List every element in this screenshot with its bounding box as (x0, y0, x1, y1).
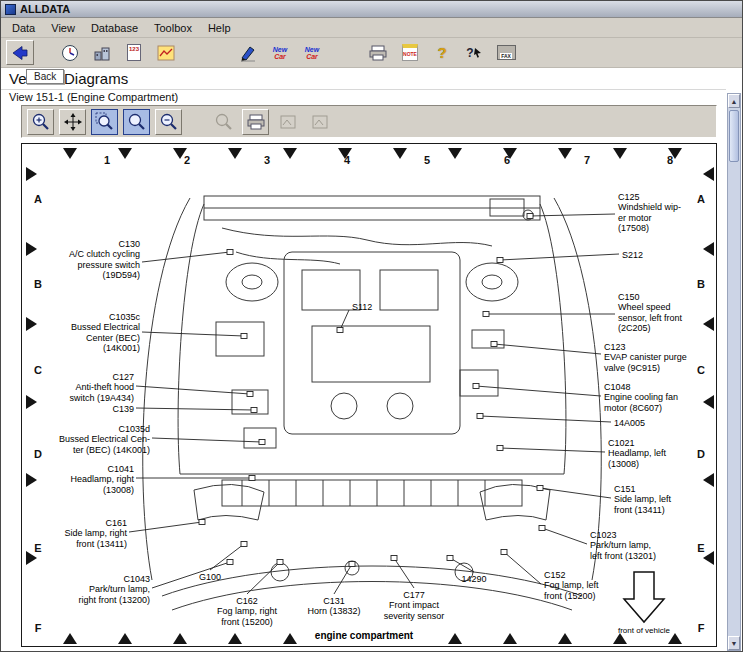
zoom-hotspot-triangle[interactable] (703, 242, 714, 256)
zoom-hotspot-triangle[interactable] (703, 167, 714, 181)
zoom-hotspot-triangle[interactable] (703, 317, 714, 331)
zoom-hotspot-triangle[interactable] (668, 633, 682, 644)
grid-row-label: A (34, 193, 42, 205)
zoom-hotspot-triangle[interactable] (63, 633, 77, 644)
app-window: ALLDATA Data View Database Toolbox Help … (0, 0, 743, 652)
grid-row-label: C (34, 364, 42, 376)
grid-row-label: B (697, 278, 705, 290)
note-icon: NOTE (402, 44, 418, 61)
zoom-hotspot-triangle[interactable] (26, 395, 37, 409)
scroll-down-button[interactable]: ▼ (728, 636, 740, 650)
image-disabled-icon-2 (311, 114, 329, 130)
grid-row-label: E (697, 542, 704, 554)
zoom-hotspot-triangle[interactable] (448, 633, 462, 644)
front-of-vehicle-arrow (624, 572, 664, 622)
zoom-hotspot-triangle[interactable] (703, 395, 714, 409)
signature-pen-button[interactable] (234, 40, 262, 65)
printer-icon (246, 114, 266, 130)
vertical-scrollbar[interactable]: ▲ ▼ (727, 93, 741, 651)
zoom-hotspot-triangle[interactable] (503, 633, 517, 644)
zoom-in-icon (31, 112, 50, 131)
new-car-icon: NewCar (273, 46, 287, 60)
new-car-button-2[interactable]: NewCar (298, 40, 326, 65)
grid-row-label: F (698, 622, 705, 634)
chart-icon (157, 45, 175, 61)
print-button[interactable] (364, 40, 392, 65)
zoom-toolbar (21, 105, 717, 138)
export-button-disabled-1[interactable] (274, 109, 301, 135)
image-disabled-icon (279, 114, 297, 130)
zoom-hotspot-triangle[interactable] (703, 473, 714, 487)
zoom-out-button[interactable] (155, 109, 182, 135)
clock-button[interactable] (56, 40, 84, 65)
zoom-hotspot-triangle[interactable] (173, 633, 187, 644)
page-title: Diagrams (64, 70, 128, 87)
menu-view[interactable]: View (43, 20, 83, 36)
zoom-hotspot-triangle[interactable] (26, 167, 37, 181)
scrollbar-thumb[interactable] (729, 110, 739, 162)
menu-data[interactable]: Data (4, 20, 43, 36)
help-button[interactable]: ? (428, 40, 456, 65)
new-car-button[interactable]: NewCar (266, 40, 294, 65)
grid-column-label: 1 (104, 154, 110, 166)
grid-row-label: E (34, 542, 41, 554)
grid-column-label: 3 (264, 154, 270, 166)
grid-column-label: 2 (184, 154, 190, 166)
note-button[interactable]: NOTE (396, 40, 424, 65)
zoom-hotspot-triangle[interactable] (558, 148, 572, 159)
context-help-button[interactable]: ? (460, 40, 488, 65)
fax-button[interactable]: FAX (492, 40, 520, 65)
back-button[interactable] (6, 40, 34, 65)
vehicle-tab-partial[interactable]: Ve (9, 70, 27, 87)
grid-row-label: A (697, 193, 705, 205)
zoom-hotspot-triangle[interactable] (228, 148, 242, 159)
zoom-hotspot-triangle[interactable] (393, 148, 407, 159)
help-icon: ? (437, 44, 446, 61)
window-title: ALLDATA (20, 3, 70, 15)
shop-icon (93, 44, 111, 62)
printer-icon (368, 45, 388, 61)
menu-database[interactable]: Database (83, 20, 146, 36)
menu-bar: Data View Database Toolbox Help (1, 18, 742, 38)
content-area: Ve Back Diagrams View 151-1 (Engine Comp… (1, 68, 742, 651)
zoom-extents-button-disabled[interactable] (210, 109, 237, 135)
zoom-hotspot-triangle[interactable] (26, 473, 37, 487)
zoom-hotspot-triangle[interactable] (118, 633, 132, 644)
app-icon (5, 4, 16, 15)
estimate-button[interactable]: 123 (120, 40, 148, 65)
title-bar: ALLDATA (1, 1, 742, 18)
menu-toolbox[interactable]: Toolbox (146, 20, 200, 36)
pan-button[interactable] (59, 109, 86, 135)
zoom-hotspot-triangle[interactable] (63, 148, 77, 159)
zoom-hotspot-triangle[interactable] (283, 633, 297, 644)
grid-row-label: C (697, 364, 705, 376)
grid-row-label: B (34, 278, 42, 290)
menu-help[interactable]: Help (200, 20, 239, 36)
zoom-hotspot-triangle[interactable] (26, 317, 37, 331)
zoom-dynamic-icon (127, 112, 146, 131)
shop-button[interactable] (88, 40, 116, 65)
scrollbar-track[interactable] (728, 108, 740, 636)
view-label: View 151-1 (Engine Compartment) (9, 91, 178, 103)
zoom-hotspot-triangle[interactable] (448, 148, 462, 159)
zoom-hotspot-triangle[interactable] (283, 148, 297, 159)
zoom-hotspot-triangle[interactable] (558, 633, 572, 644)
zoom-hotspot-triangle[interactable] (613, 148, 627, 159)
zoom-dynamic-button[interactable] (123, 109, 150, 135)
diagram-print-button[interactable] (242, 109, 269, 135)
export-button-disabled-2[interactable] (306, 109, 333, 135)
zoom-hotspot-triangle[interactable] (228, 633, 242, 644)
zoom-region-button[interactable] (91, 109, 118, 135)
diagram-viewport: 12345678AABBCCDDEEFF engine compartment … (21, 143, 717, 647)
zoom-hotspot-triangle[interactable] (26, 242, 37, 256)
grid-column-label: 8 (667, 154, 673, 166)
main-toolbar: 123 NewCar NewCar NOTE ? ? FAX (1, 38, 742, 68)
back-arrow-icon (10, 44, 30, 62)
zoom-hotspot-triangle[interactable] (118, 148, 132, 159)
zoom-hotspot-triangle[interactable] (613, 633, 627, 644)
chart-button[interactable] (152, 40, 180, 65)
new-car-icon-2: NewCar (305, 46, 319, 60)
diagram-svg: 12345678AABBCCDDEEFF (22, 144, 718, 648)
scroll-up-button[interactable]: ▲ (728, 94, 740, 108)
zoom-in-button[interactable] (27, 109, 54, 135)
